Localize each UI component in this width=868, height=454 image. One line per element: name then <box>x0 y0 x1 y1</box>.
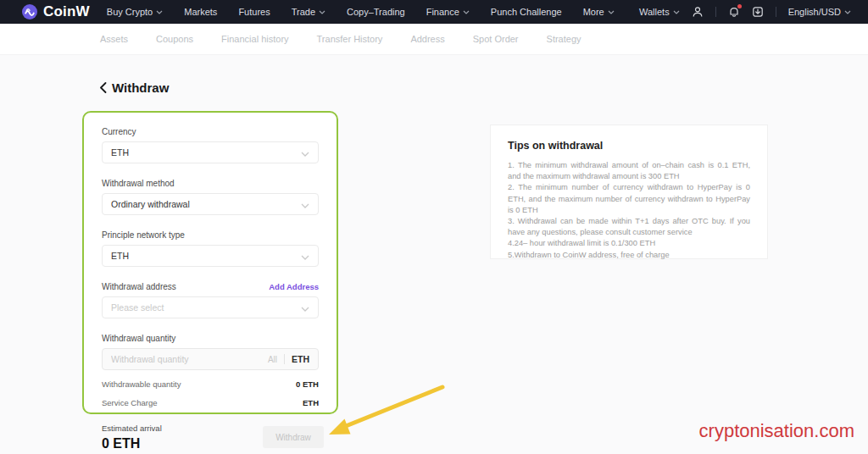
chevron-down-icon <box>301 300 309 315</box>
nav-punch-challenge[interactable]: Punch Challenge <box>491 7 562 17</box>
chevron-down-icon <box>301 197 309 212</box>
tips-panel: Tips on withdrawal 1. The minimum withdr… <box>490 125 768 259</box>
withdraw-page: CoinW Buy Crypto Markets Futures Trade C… <box>0 0 868 454</box>
add-address-link[interactable]: Add Address <box>269 282 319 291</box>
subnav-coupons[interactable]: Coupons <box>156 34 193 44</box>
estimated-arrival-label: Estimated arrival <box>102 424 162 433</box>
notifications-bell-icon[interactable] <box>728 6 740 18</box>
estimated-arrival-summary: Estimated arrival 0 ETH <box>102 424 162 451</box>
chevron-down-icon <box>301 248 309 263</box>
quantity-unit: ETH <box>292 354 309 364</box>
withdraw-button[interactable]: Withdraw <box>263 426 324 448</box>
nav-trade[interactable]: Trade <box>292 7 326 17</box>
nav-more[interactable]: More <box>583 7 615 17</box>
currency-label: Currency <box>102 127 319 136</box>
divider <box>776 7 776 17</box>
withdrawal-method-label: Withdrawal method <box>102 179 319 188</box>
network-type-label: Principle network type <box>102 230 319 240</box>
subnav-assets[interactable]: Assets <box>100 34 128 44</box>
nav-copy-trading[interactable]: Copy–Trading <box>347 7 405 17</box>
withdrawable-quantity-label: Withdrawable quantity <box>102 379 181 389</box>
subnav-address[interactable]: Address <box>410 34 444 44</box>
tip-line: 1. The minimum withdrawal amount of on–c… <box>508 160 750 182</box>
nav-buy-crypto[interactable]: Buy Crypto <box>107 7 163 17</box>
back-chevron-icon[interactable] <box>99 82 107 93</box>
chevron-down-icon <box>844 10 851 14</box>
chevron-down-icon <box>463 10 470 14</box>
tip-line: 2. The minimum number of currency withdr… <box>508 182 750 216</box>
chevron-down-icon <box>319 10 326 14</box>
tip-line: 4.24– hour withdrawal limit is 0.1/300 E… <box>508 238 750 249</box>
chevron-down-icon <box>156 10 163 14</box>
chevron-down-icon <box>673 10 680 14</box>
service-charge-row: Service Charge ETH <box>102 398 319 407</box>
currency-select[interactable]: ETH <box>102 141 319 163</box>
coinw-logo[interactable]: CoinW <box>22 3 90 20</box>
language-currency-selector[interactable]: English/USD <box>788 7 851 17</box>
all-button[interactable]: All <box>268 355 277 364</box>
account-sub-navigation: Assets Coupons Financial history Transfe… <box>0 24 868 55</box>
service-charge-label: Service Charge <box>102 398 157 407</box>
top-navigation-bar: CoinW Buy Crypto Markets Futures Trade C… <box>0 0 868 24</box>
tips-title: Tips on withdrawal <box>508 140 750 152</box>
subnav-spot-order[interactable]: Spot Order <box>473 34 519 44</box>
withdrawal-address-label: Withdrawal address <box>102 282 176 291</box>
tip-line: 3. Withdrawal can be made within T+1 day… <box>508 216 750 238</box>
top-right-controls: Wallets English/USD <box>639 6 851 18</box>
coinw-logo-icon <box>22 4 37 19</box>
user-profile-icon[interactable] <box>692 6 704 18</box>
chevron-down-icon <box>301 145 309 160</box>
divider <box>284 354 285 364</box>
withdrawal-quantity-label: Withdrawal quantity <box>102 334 319 343</box>
withdrawable-quantity-row: Withdrawable quantity 0 ETH <box>102 379 319 389</box>
watermark-text: cryptonisation.com <box>699 420 854 442</box>
nav-markets[interactable]: Markets <box>184 7 217 17</box>
page-title: Withdraw <box>99 80 169 95</box>
network-type-select[interactable]: ETH <box>102 245 319 267</box>
brand-name: CoinW <box>43 3 90 20</box>
nav-futures[interactable]: Futures <box>238 7 270 17</box>
subnav-transfer-history[interactable]: Transfer History <box>317 34 383 44</box>
withdrawal-method-select[interactable]: Ordinary withdrawal <box>102 193 319 215</box>
tip-line: 5.Withdrawn to CoinW address, free of ch… <box>508 250 750 261</box>
download-app-icon[interactable] <box>752 6 764 18</box>
withdrawal-quantity-field: All ETH <box>102 348 319 370</box>
subnav-strategy[interactable]: Strategy <box>547 34 581 44</box>
chevron-down-icon <box>608 10 615 14</box>
nav-wallets[interactable]: Wallets <box>639 7 680 17</box>
estimated-arrival-value: 0 ETH <box>102 436 162 451</box>
withdrawable-quantity-value: 0 ETH <box>296 379 319 389</box>
top-menu: Buy Crypto Markets Futures Trade Copy–Tr… <box>107 7 615 17</box>
withdrawal-address-select[interactable]: Please select <box>102 296 319 318</box>
nav-finance[interactable]: Finance <box>426 7 470 17</box>
withdraw-form-panel: Currency ETH Withdrawal method Ordinary … <box>82 111 338 414</box>
withdrawal-quantity-input[interactable] <box>111 354 261 364</box>
service-charge-value: ETH <box>303 398 319 407</box>
subnav-financial-history[interactable]: Financial history <box>221 34 288 44</box>
notification-badge <box>737 4 742 8</box>
divider <box>715 7 716 17</box>
